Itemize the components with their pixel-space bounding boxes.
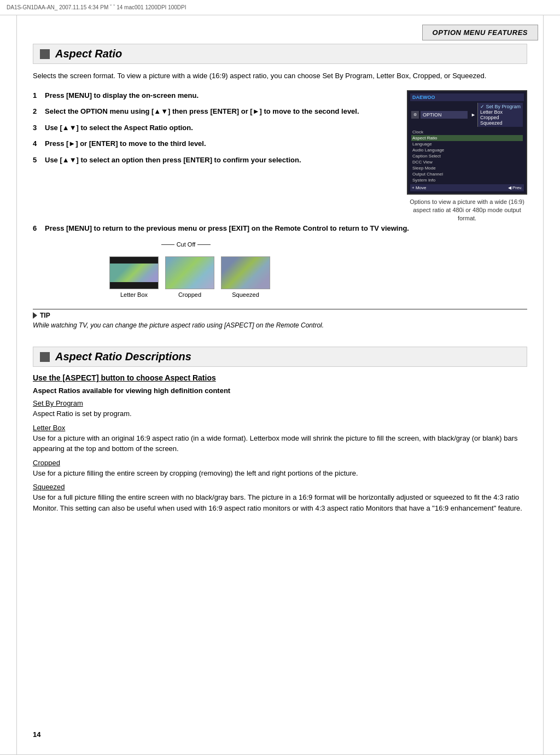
image-squeezed: Squeezed — [221, 256, 270, 298]
section2-title: Aspect Ratio Descriptions — [55, 350, 191, 363]
step-item: 1 Press [MENU] to display the on-screen … — [33, 90, 396, 101]
menu-logo: DAEWOO — [412, 95, 435, 100]
desc-term: Set By Program — [33, 399, 527, 407]
image-cropped: Cropped — [165, 256, 214, 298]
step-text: Use [▲▼] to select an option then press … — [45, 155, 301, 166]
steps-list: 1 Press [MENU] to display the on-screen … — [33, 90, 396, 223]
section2-header: Aspect Ratio Descriptions — [33, 347, 527, 367]
step6: 6 Press [MENU] to return to the previous… — [33, 223, 527, 234]
desc-text: Use for a picture with an original 16:9 … — [33, 433, 527, 454]
step-item: 2 Select the OPTION menu using [▲▼] then… — [33, 106, 396, 117]
desc-text: Use for a picture filling the entire scr… — [33, 468, 527, 479]
menu-icon-row: ⚙ OPTION ► ✓ Set By Program Letter Box C… — [410, 102, 524, 127]
menu-icon-cell: ⚙ — [411, 111, 419, 119]
menu-move-label: + Move — [412, 185, 426, 190]
title-banner-text: OPTION MENU FEATURES — [433, 28, 528, 37]
main-content: Aspect Ratio Selects the screen format. … — [33, 44, 527, 516]
tip-triangle-icon — [33, 312, 37, 319]
desc-text: Use for a full picture filling the entir… — [33, 492, 527, 513]
menu-options-box: ✓ Set By Program Letter Box Cropped Sque… — [477, 103, 523, 127]
cut-off-label: Cut Off — [174, 241, 198, 248]
tip-section: TIP While watching TV, you can change th… — [33, 309, 527, 330]
section2: Aspect Ratio Descriptions Use the [ASPEC… — [33, 347, 527, 513]
step-item: 5 Use [▲▼] to select an option then pres… — [33, 155, 396, 166]
menu-bottom-bar: + Move ◀ Prev. — [410, 184, 524, 191]
step-item: 3 Use [▲▼] to select the Aspect Ratio op… — [33, 122, 396, 133]
desc-term: Letter Box — [33, 424, 527, 432]
step6-text: Press [MENU] to return to the previous m… — [45, 223, 409, 234]
section1-title: Aspect Ratio — [55, 48, 122, 60]
step-num: 1 — [33, 90, 43, 101]
step-text: Use [▲▼] to select the Aspect Ratio opti… — [45, 122, 193, 133]
tip-label: TIP — [33, 312, 527, 319]
section2-subtitle1: Use the [ASPECT] button to choose Aspect… — [33, 373, 527, 382]
steps-container: 1 Press [MENU] to display the on-screen … — [33, 90, 527, 223]
menu-top-bar: DAEWOO — [410, 93, 524, 101]
header-text: DA1S-GN1DAA-AN_ 2007.11.15 4:34 PM ˇ ˇ 1… — [7, 4, 186, 10]
image-squeezed-label: Squeezed — [221, 291, 270, 298]
tip-label-text: TIP — [40, 312, 50, 319]
menu-prev-label: ◀ Prev. — [508, 185, 522, 190]
step-num: 3 — [33, 122, 43, 133]
step-text: Press [►] or [ENTER] to move to the thir… — [45, 138, 206, 149]
desc-text: Aspect Ratio is set by program. — [33, 408, 527, 419]
step-item: 4 Press [►] or [ENTER] to move to the th… — [33, 138, 396, 149]
section2-subtitle2: Aspect Ratios available for viewing high… — [33, 387, 527, 395]
tip-text: While watching TV, you can change the pi… — [33, 320, 527, 330]
step-num: 4 — [33, 138, 43, 149]
section2-color-box — [40, 352, 50, 362]
section1-header: Aspect Ratio — [33, 44, 527, 64]
step6-num: 6 — [33, 223, 43, 234]
desc-term: Squeezed — [33, 483, 527, 491]
image-cropped-label: Cropped — [165, 291, 214, 298]
step-num: 2 — [33, 106, 43, 117]
page-number: 14 — [33, 730, 40, 739]
step-text: Press [MENU] to display the on-screen me… — [45, 90, 199, 101]
image-letterbox-label: Letter Box — [109, 291, 159, 298]
menu-screenshot: DAEWOO ⚙ OPTION ► ✓ Set By Program Lette… — [407, 90, 527, 223]
section1-intro: Selects the screen format. To view a pic… — [33, 71, 527, 81]
step-num: 5 — [33, 155, 43, 166]
header-bar: DA1S-GN1DAA-AN_ 2007.11.15 4:34 PM ˇ ˇ 1… — [0, 0, 560, 15]
section1-color-box — [40, 49, 50, 59]
step-text: Select the OPTION menu using [▲▼] then p… — [45, 106, 359, 117]
menu-box: DAEWOO ⚙ OPTION ► ✓ Set By Program Lette… — [407, 90, 527, 195]
menu-caption: Options to view a picture with a wide (1… — [407, 198, 527, 223]
desc-term: Cropped — [33, 459, 527, 467]
image-letterbox: Letter Box — [109, 256, 159, 298]
title-banner: OPTION MENU FEATURES — [422, 25, 538, 40]
